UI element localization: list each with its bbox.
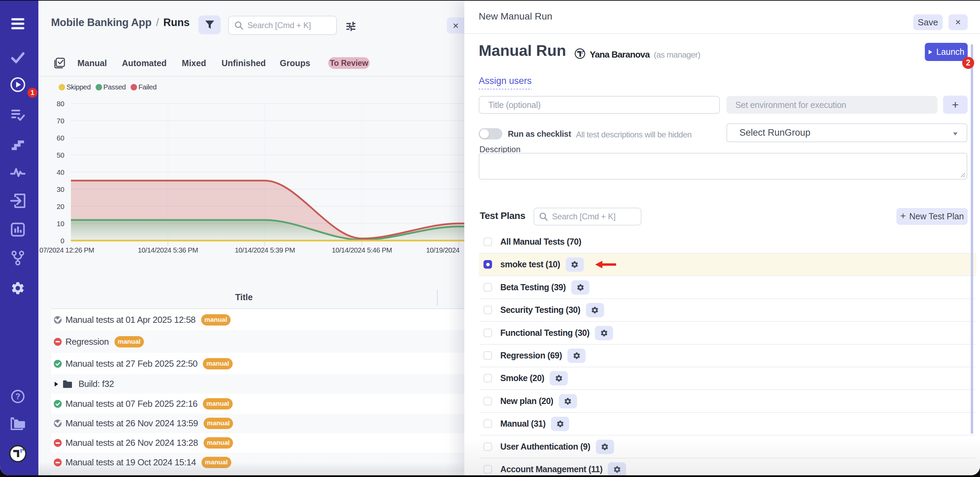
svg-text:10/14/2024 5:39 PM: 10/14/2024 5:39 PM xyxy=(235,246,295,254)
svg-text:10/19/2024: 10/19/2024 xyxy=(426,246,460,254)
svg-text:70: 70 xyxy=(57,117,64,125)
svg-text:60: 60 xyxy=(57,134,64,142)
svg-text:40: 40 xyxy=(57,168,64,176)
svg-text:10: 10 xyxy=(57,219,64,227)
svg-text:30: 30 xyxy=(57,185,64,193)
svg-text:10/14/2024 5:46 PM: 10/14/2024 5:46 PM xyxy=(332,246,392,254)
svg-text:80: 80 xyxy=(57,100,64,108)
svg-text:50: 50 xyxy=(57,151,64,159)
svg-text:20: 20 xyxy=(57,202,64,210)
svg-text:10/14/2024 5:36 PM: 10/14/2024 5:36 PM xyxy=(138,246,198,254)
svg-text:0: 0 xyxy=(60,237,64,245)
svg-text:07/2024 12:26 PM: 07/2024 12:26 PM xyxy=(40,246,94,254)
svg-text:?: ? xyxy=(16,392,21,401)
